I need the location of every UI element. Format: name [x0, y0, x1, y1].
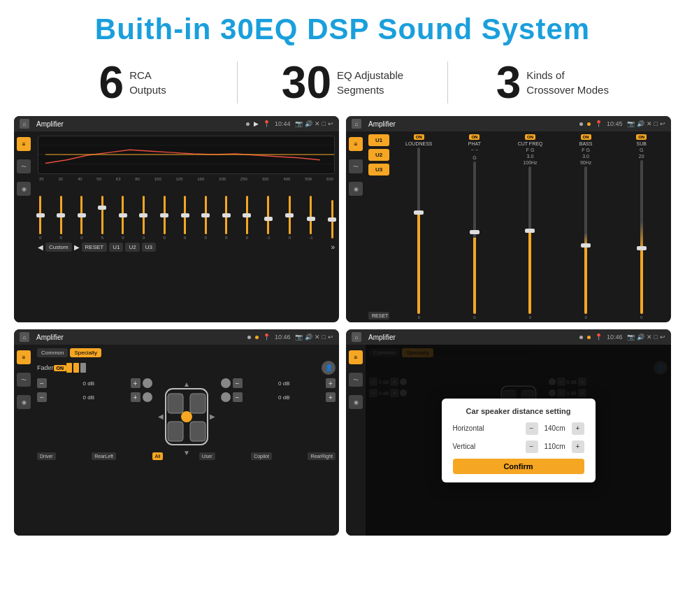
dialog-status-bar: ⌂ Amplifier 📍 10:46 📷🔊✕□↩ — [346, 329, 671, 345]
reset-btn[interactable]: RESET — [368, 312, 389, 320]
fader-left-bottom: − 0 dB + — [37, 392, 152, 402]
crossover-main: U1 U2 U3 RESET ON LOUDNESS 0 — [366, 131, 671, 322]
eq-sidebar-icon-3[interactable]: ◉ — [17, 182, 31, 196]
crossover-u-buttons: U1 U2 U3 RESET — [368, 134, 389, 320]
db-minus-4[interactable]: − — [233, 392, 243, 402]
eq-content: ≡ 〜 ◉ 2 — [14, 131, 339, 322]
stat-crossover: 3 Kinds of Crossover Modes — [462, 60, 643, 105]
speaker-fr — [221, 378, 231, 388]
eq-expand-btn[interactable]: » — [331, 243, 335, 251]
cutfreq-on: ON — [525, 134, 535, 140]
eq-sidebar-icon-1[interactable]: ≡ — [17, 137, 31, 151]
dialog-bg: Common Specialty 👤 −0 dB+ −0 dB+ — [366, 345, 671, 536]
horizontal-controls: − 140cm + — [526, 422, 584, 435]
db-plus-1[interactable]: + — [131, 378, 140, 388]
eq-u2-btn[interactable]: U2 — [125, 243, 139, 252]
dialog-sidebar-icon-3[interactable]: ◉ — [349, 395, 363, 409]
channel-phat: ON PHAT ~~ G 0 — [448, 134, 502, 320]
rearleft-btn[interactable]: RearLeft — [92, 452, 116, 460]
crossover-sidebar: ≡ 〜 ◉ — [346, 131, 366, 322]
copilot-btn[interactable]: Copilot — [251, 452, 272, 460]
dialog-dot-2 — [587, 336, 591, 339]
page-header: Buith-in 30EQ DSP Sound System — [0, 0, 685, 55]
loudness-slider[interactable] — [417, 148, 420, 314]
channel-sub: ON SUB G 20 0 — [614, 134, 668, 320]
u1-button[interactable]: U1 — [368, 134, 389, 146]
stat-divider-2 — [447, 62, 448, 103]
fader-content: ≡ 〜 ◉ Common Specialty Fader ON 👤 — [14, 345, 339, 536]
db-minus-3[interactable]: − — [233, 378, 243, 388]
vertical-plus-btn[interactable]: + — [572, 440, 584, 453]
fader-sidebar-icon-3[interactable]: ◉ — [17, 395, 31, 409]
speaker-distance-dialog: Car speaker distance setting Horizontal … — [442, 399, 596, 482]
db-plus-3[interactable]: + — [326, 378, 336, 388]
fader-screen: ⌂ Amplifier 📍 10:46 📷🔊✕□↩ ≡ 〜 ◉ Common S… — [14, 329, 339, 536]
confirm-button[interactable]: Confirm — [453, 459, 584, 474]
dialog-sidebar-icon-1[interactable]: ≡ — [349, 350, 363, 364]
eq-u1-btn[interactable]: U1 — [109, 243, 123, 252]
crossover-sidebar-icon-2[interactable]: 〜 — [349, 159, 363, 173]
fader-home-icon[interactable]: ⌂ — [20, 332, 29, 342]
fader-on-badge: ON — [54, 365, 67, 371]
dialog-title: Amplifier — [368, 334, 575, 341]
eq-reset-btn[interactable]: RESET — [82, 243, 108, 252]
dialog-status-icons: 📷🔊✕□↩ — [627, 334, 665, 341]
dialog-content: ≡ 〜 ◉ Common Specialty 👤 −0 dB+ — [346, 345, 671, 536]
svg-text:◀: ◀ — [158, 413, 164, 420]
eq-sidebar-icon-2[interactable]: 〜 — [17, 159, 31, 173]
eq-sliders: 0 0 0 5 0 0 0 0 0 0 0 -1 0 -1 — [38, 184, 335, 240]
eq-play-icon: ▶ — [254, 120, 259, 127]
fader-grid: − 0 dB + − 0 dB + — [37, 378, 336, 448]
db-plus-2[interactable]: + — [131, 392, 140, 402]
rearright-btn[interactable]: RearRight — [308, 452, 336, 460]
u3-button[interactable]: U3 — [368, 164, 389, 176]
fader-left: − 0 dB + − 0 dB + — [37, 378, 152, 448]
svg-rect-4 — [168, 394, 183, 413]
horizontal-minus-btn[interactable]: − — [526, 422, 538, 435]
horizontal-row: Horizontal − 140cm + — [453, 422, 584, 435]
crossover-status-icons: 📷🔊✕□↩ — [627, 120, 665, 127]
vertical-label: Vertical — [453, 443, 476, 450]
fader-tab-common[interactable]: Common — [37, 348, 68, 357]
vertical-minus-btn[interactable]: − — [526, 440, 538, 453]
crossover-channels: ON LOUDNESS 0 ON PHAT ~~ G — [392, 134, 668, 320]
cutfreq-slider[interactable] — [528, 166, 531, 314]
eq-status-bar: ⌂ Amplifier ▶ 📍 10:44 📷🔊✕□↩ — [14, 116, 339, 131]
stat-number-rca: 6 — [99, 60, 124, 105]
home-icon[interactable]: ⌂ — [20, 119, 29, 129]
channel-cutfreq: ON CUT FREQ FG 3.0 100Hz 0 — [503, 134, 557, 320]
fader-right-top: − 0 dB + — [221, 378, 336, 388]
db-minus-2[interactable]: − — [37, 392, 47, 402]
fader-toggle[interactable] — [66, 363, 86, 373]
driver-btn[interactable]: Driver — [37, 452, 56, 460]
crossover-sidebar-icon-1[interactable]: ≡ — [349, 137, 363, 151]
phat-slider[interactable] — [473, 162, 476, 314]
sub-slider[interactable] — [640, 160, 643, 314]
horizontal-label: Horizontal — [453, 424, 484, 432]
dialog-home-icon[interactable]: ⌂ — [352, 332, 361, 342]
fader-tabs: Common Specialty — [37, 348, 336, 357]
crossover-sidebar-icon-3[interactable]: ◉ — [349, 182, 363, 196]
fader-sidebar-icon-2[interactable]: 〜 — [17, 373, 31, 387]
eq-location-icon: 📍 — [263, 120, 271, 127]
channel-bass: ON BASS FG 3.0 90Hz 0 — [559, 134, 613, 320]
fader-sidebar-icon-1[interactable]: ≡ — [17, 350, 31, 364]
fader-tab-specialty[interactable]: Specialty — [70, 348, 101, 357]
dialog-time: 10:46 — [607, 334, 623, 341]
crossover-home-icon[interactable]: ⌂ — [352, 119, 361, 129]
stat-eq: 30 EQ Adjustable Segments — [252, 60, 433, 105]
dialog-sidebar-icon-2[interactable]: 〜 — [349, 373, 363, 387]
eq-next-btn[interactable]: ▶ — [74, 243, 80, 251]
dialog-screen: ⌂ Amplifier 📍 10:46 📷🔊✕□↩ ≡ 〜 ◉ Common — [346, 329, 671, 536]
eq-graph — [38, 136, 335, 174]
fader-time: 10:46 — [275, 334, 291, 341]
db-plus-4[interactable]: + — [326, 392, 336, 402]
eq-prev-btn[interactable]: ◀ — [38, 243, 43, 251]
eq-u3-btn[interactable]: U3 — [142, 243, 156, 252]
fader-right: − 0 dB + − 0 dB + — [221, 378, 336, 448]
stat-text-crossover: Kinds of Crossover Modes — [526, 68, 609, 97]
u2-button[interactable]: U2 — [368, 149, 389, 161]
db-minus-1[interactable]: − — [37, 378, 47, 388]
bass-slider[interactable] — [584, 166, 587, 314]
horizontal-plus-btn[interactable]: + — [572, 422, 584, 435]
